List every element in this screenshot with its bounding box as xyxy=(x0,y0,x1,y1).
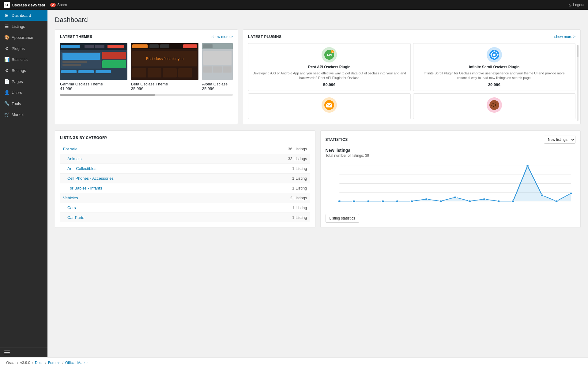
logout-icon: ⎋ xyxy=(569,2,571,7)
plugin-icon-mail xyxy=(322,97,337,113)
plugins-title: LATEST PLUGINS xyxy=(248,35,281,39)
listing-subcat-cell: Car Parts xyxy=(60,212,233,222)
table-row: For sale36 Listings xyxy=(60,144,310,154)
svg-rect-26 xyxy=(178,68,192,77)
listings-table: For sale36 ListingsAnimals33 ListingsArt… xyxy=(60,144,310,222)
table-row: Cars1 Listing xyxy=(60,203,310,212)
plugins-grid: API ⚙ Rest API Osclass Plugin Developing… xyxy=(248,43,575,119)
svg-point-40 xyxy=(493,54,496,56)
svg-point-58 xyxy=(396,200,398,202)
svg-point-54 xyxy=(338,200,341,202)
mail-icon-svg xyxy=(324,100,335,111)
scroll-icon-svg xyxy=(489,49,500,60)
theme-item: Gamma Osclass Theme 41.99€ xyxy=(60,43,127,91)
plugins-scrollbar xyxy=(577,45,579,121)
plugin-name-api: Rest API Osclass Plugin xyxy=(252,65,407,69)
listing-statistics-button[interactable]: Listing statistics xyxy=(326,214,359,223)
logout-label[interactable]: Logout xyxy=(573,3,584,7)
sidebar-item-plugins[interactable]: ⚙ Plugins xyxy=(0,43,47,54)
svg-point-62 xyxy=(454,196,456,198)
sidebar-item-pages[interactable]: 📄 Pages xyxy=(0,76,47,87)
svg-point-44 xyxy=(492,103,494,104)
svg-rect-2 xyxy=(61,45,80,48)
plugin-icon-cookie xyxy=(487,97,502,113)
plugins-scrollbar-thumb xyxy=(577,45,579,57)
listing-category-link[interactable]: Cars xyxy=(67,205,76,210)
listing-category-link[interactable]: Vehicles xyxy=(63,196,78,200)
theme-price-3: 35.99€ xyxy=(202,86,233,91)
statistics-card: STATISTICS New listings New listings Tot… xyxy=(320,130,581,228)
logo-icon: O xyxy=(4,2,10,8)
svg-rect-11 xyxy=(102,60,126,68)
footer-link-forums[interactable]: Forums xyxy=(48,361,61,365)
theme-name-3: Alpha Osclass xyxy=(202,82,233,86)
dashboard-icon: ⊞ xyxy=(4,13,9,18)
cookie-icon-svg xyxy=(489,100,500,111)
market-icon: 🛒 xyxy=(4,112,9,117)
sidebar-item-dashboard[interactable]: ⊞ Dashboard xyxy=(0,10,47,21)
svg-rect-32 xyxy=(213,66,222,73)
sidebar-item-statistics[interactable]: 📊 Statistics xyxy=(0,54,47,65)
svg-rect-18 xyxy=(149,44,159,48)
listings-icon: ☰ xyxy=(4,24,9,29)
chart-area xyxy=(326,161,576,210)
table-row: Cell Phones - Accessories1 Listing xyxy=(60,173,310,183)
themes-scrollbar-thumb xyxy=(60,94,155,96)
listing-count-cell: 1 Listing xyxy=(233,163,310,173)
topbar-spam[interactable]: 2 Spam xyxy=(50,3,67,7)
listing-category-link[interactable]: Cell Phones - Accessories xyxy=(67,176,114,181)
svg-rect-7 xyxy=(62,53,100,60)
sidebar-item-appearance[interactable]: 🎨 Appearance xyxy=(0,32,47,43)
svg-rect-10 xyxy=(102,52,126,59)
svg-point-69 xyxy=(555,200,558,202)
listing-category-link[interactable]: Art - Collectibles xyxy=(67,166,96,171)
sidebar-item-label: Appearance xyxy=(12,35,33,40)
hamburger-line xyxy=(4,351,10,351)
themes-show-more[interactable]: show more > xyxy=(212,35,233,39)
sidebar-item-users[interactable]: 👤 Users xyxy=(0,87,47,98)
sidebar-item-settings[interactable]: ⚙ Settings xyxy=(0,65,47,76)
svg-point-67 xyxy=(526,165,529,167)
sidebar-item-label: Pages xyxy=(12,79,23,84)
footer-link-market[interactable]: Official Market xyxy=(65,361,89,365)
listing-category-link[interactable]: For Babies - Infants xyxy=(67,186,102,190)
theme-preview-3 xyxy=(202,43,233,80)
statistics-title: STATISTICS xyxy=(326,137,348,142)
svg-point-65 xyxy=(497,200,500,202)
sidebar: ⊞ Dashboard ☰ Listings 🎨 Appearance ⚙ Pl… xyxy=(0,10,47,357)
theme-svg-1 xyxy=(60,43,127,80)
plugin-item-api: API ⚙ Rest API Osclass Plugin Developing… xyxy=(248,43,411,91)
listing-category-link[interactable]: For sale xyxy=(63,147,77,151)
listing-category-link[interactable]: Car Parts xyxy=(67,215,84,220)
table-row: Vehicles2 Listings xyxy=(60,193,310,203)
svg-rect-31 xyxy=(203,66,212,73)
listings-card: LISTINGS BY CATEGORY For sale36 Listings… xyxy=(55,130,315,228)
svg-rect-33 xyxy=(223,66,232,73)
sidebar-item-label: Market xyxy=(12,112,24,117)
hamburger-toggle[interactable] xyxy=(4,351,43,354)
svg-point-68 xyxy=(541,194,543,196)
footer-sep-2: / xyxy=(45,361,46,365)
plugins-card: LATEST PLUGINS show more > API ⚙ xyxy=(243,29,581,124)
listing-subcat-cell: For Babies - Infants xyxy=(60,183,233,193)
plugins-show-more[interactable]: show more > xyxy=(554,35,575,39)
svg-text:⚙: ⚙ xyxy=(331,51,333,53)
listing-count-cell: 1 Listing xyxy=(233,212,310,222)
api-icon-svg: API ⚙ xyxy=(324,49,335,60)
users-icon: 👤 xyxy=(4,90,9,95)
listing-category-link[interactable]: Animals xyxy=(67,156,81,161)
sidebar-item-listings[interactable]: ☰ Listings xyxy=(0,21,47,32)
sidebar-item-label: Statistics xyxy=(12,57,28,62)
svg-point-48 xyxy=(495,102,496,103)
footer-link-docs[interactable]: Docs xyxy=(35,361,43,365)
themes-scrollbar[interactable] xyxy=(60,94,233,97)
sidebar-item-market[interactable]: 🛒 Market xyxy=(0,109,47,120)
listing-parent-cell: For sale xyxy=(60,144,233,154)
svg-rect-14 xyxy=(96,70,111,73)
table-row: Animals33 Listings xyxy=(60,154,310,163)
statistics-dropdown[interactable]: New listings xyxy=(544,136,575,144)
svg-point-61 xyxy=(439,200,442,202)
sidebar-item-tools[interactable]: 🔧 Tools xyxy=(0,98,47,109)
sidebar-item-label: Listings xyxy=(12,24,25,29)
svg-rect-8 xyxy=(62,61,87,63)
